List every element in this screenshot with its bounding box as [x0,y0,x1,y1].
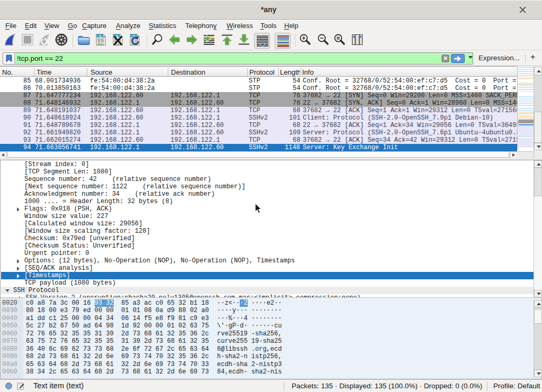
svg-text:0011: 0011 [97,43,104,46]
